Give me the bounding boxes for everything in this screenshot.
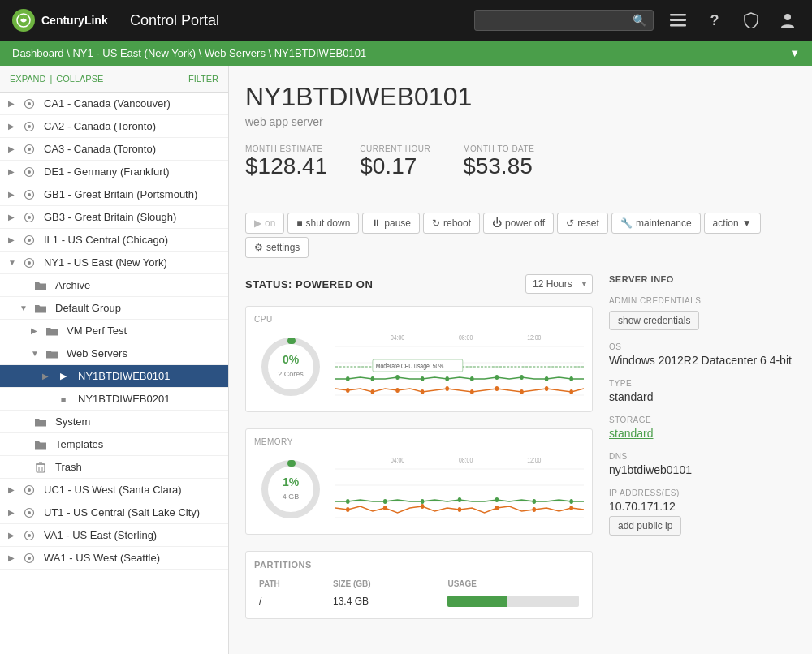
memory-chart-block: MEMORY 1% 4 GB — [245, 428, 593, 535]
cpu-donut-svg: 0% 2 Cores — [258, 334, 323, 399]
sidebar-item-archive[interactable]: Archive — [0, 274, 228, 297]
partitions-section: PARTITIONS PATH SIZE (GB) USAGE / — [245, 551, 593, 619]
search-box[interactable]: 🔍 — [474, 10, 654, 31]
month-to-date: MONTH TO DATE $53.85 — [463, 144, 534, 179]
reset-button[interactable]: ↺ reset — [557, 213, 608, 234]
collapse-link[interactable]: COLLAPSE — [56, 74, 103, 84]
tree-item-label: GB3 - Great Britain (Slough) — [44, 211, 220, 223]
svg-text:2 Cores: 2 Cores — [278, 370, 304, 378]
tree-item-label: CA2 - Canada (Toronto) — [44, 120, 220, 132]
nav-icons: ? — [666, 8, 800, 32]
tree-arrow: ▼ — [8, 258, 18, 267]
tree-item-label: UT1 - US Central (Salt Lake City) — [44, 506, 220, 518]
sidebar-item-uc1[interactable]: ▶UC1 - US West (Santa Clara) — [0, 479, 228, 501]
svg-text:12:00: 12:00 — [527, 456, 542, 464]
svg-point-63 — [470, 389, 474, 394]
tree-arrow: ▶ — [8, 99, 18, 108]
tree-arrow: ▶ — [42, 372, 52, 381]
sidebar-item-gb1[interactable]: ▶GB1 - Great Britain (Portsmouth) — [0, 183, 228, 206]
sidebar-item-ca3[interactable]: ▶CA3 - Canada (Toronto) — [0, 138, 228, 161]
show-credentials-button[interactable]: show credentials — [609, 311, 699, 330]
tree-icon — [23, 257, 36, 269]
help-icon[interactable]: ? — [702, 8, 727, 32]
status-badge: STATUS: POWERED ON — [245, 278, 373, 290]
svg-text:0%: 0% — [283, 353, 300, 366]
dns-group: DNS ny1btdiweb0101 — [609, 452, 796, 476]
tree-icon: ■ — [57, 394, 70, 404]
server-name: NY1BTDIWEB0101 — [245, 82, 796, 112]
reboot-button[interactable]: ↻ reboot — [423, 213, 480, 234]
month-estimate-value: $128.41 — [245, 153, 327, 179]
month-to-date-value: $53.85 — [463, 153, 534, 179]
sidebar-item-default-group[interactable]: ▼Default Group — [0, 297, 228, 320]
on-button[interactable]: ▶ on — [245, 213, 284, 234]
filter-link[interactable]: FILTER — [188, 74, 218, 84]
svg-point-92 — [569, 506, 573, 510]
sidebar-item-vm-perf-test[interactable]: ▶VM Perf Test — [0, 320, 228, 342]
time-select-wrapper[interactable]: 12 Hours 24 Hours 48 Hours 7 Days — [525, 274, 593, 294]
tree-icon — [23, 553, 36, 564]
tree-icon — [23, 530, 36, 541]
action-dropdown-button[interactable]: action ▼ — [704, 213, 761, 234]
menu-icon[interactable] — [666, 8, 690, 32]
tree-item-label: System — [55, 415, 220, 428]
server-subtitle: web app server — [245, 115, 796, 128]
svg-point-48 — [346, 376, 350, 381]
billing-section: MONTH ESTIMATE $128.41 CURRENT HOUR $0.1… — [245, 144, 796, 196]
svg-point-4 — [784, 14, 791, 20]
tree-arrow: ▶ — [8, 531, 18, 540]
time-select[interactable]: 12 Hours 24 Hours 48 Hours 7 Days — [525, 274, 593, 294]
svg-point-62 — [445, 386, 449, 391]
tree-icon — [23, 507, 36, 518]
pause-button[interactable]: ⏸ pause — [362, 213, 420, 234]
sidebar-item-il1[interactable]: ▶IL1 - US Central (Chicago) — [0, 229, 228, 252]
power-off-button[interactable]: ⏻ power off — [483, 213, 554, 234]
svg-point-84 — [533, 499, 537, 504]
svg-point-59 — [371, 389, 375, 394]
search-icon[interactable]: 🔍 — [633, 14, 646, 27]
sidebar-item-ca1[interactable]: ▶CA1 - Canada (Vancouver) — [0, 93, 228, 115]
os-label: OS — [609, 342, 796, 351]
tree-item-label: Archive — [55, 279, 220, 291]
shut-down-button[interactable]: ■ shut down — [287, 213, 359, 234]
sidebar-item-va1[interactable]: ▶VA1 - US East (Sterling) — [0, 524, 228, 547]
add-ip-button[interactable]: add public ip — [609, 516, 681, 536]
svg-point-51 — [421, 376, 425, 381]
sidebar-item-ny1btdiweb0101[interactable]: ▶▶NY1BTDIWEB0101 — [0, 365, 228, 388]
tree-icon — [23, 234, 36, 246]
svg-point-52 — [445, 376, 449, 381]
user-icon[interactable] — [775, 8, 800, 32]
action-chevron-icon: ▼ — [742, 217, 752, 229]
svg-point-57 — [569, 376, 573, 381]
sidebar-item-ny1[interactable]: ▼NY1 - US East (New York) — [0, 252, 228, 274]
tree-arrow: ▶ — [8, 235, 18, 244]
current-hour-value: $0.17 — [360, 153, 430, 179]
settings-button[interactable]: ⚙ settings — [245, 237, 309, 258]
sidebar-item-gb3[interactable]: ▶GB3 - Great Britain (Slough) — [0, 206, 228, 229]
path-header: PATH — [254, 576, 328, 592]
sidebar-item-de1[interactable]: ▶DE1 - Germany (Frankfurt) — [0, 161, 228, 183]
breadcrumb: Dashboard \ NY1 - US East (New York) \ W… — [12, 47, 366, 59]
tree-arrow: ▶ — [8, 553, 18, 562]
sidebar-item-system[interactable]: System — [0, 411, 228, 433]
main-content: NY1BTDIWEB0101 web app server MONTH ESTI… — [229, 66, 812, 654]
sidebar-item-ut1[interactable]: ▶UT1 - US Central (Salt Lake City) — [0, 501, 228, 524]
sidebar-item-web-servers[interactable]: ▼Web Servers — [0, 342, 228, 365]
search-input[interactable] — [482, 15, 628, 27]
sidebar-item-ny1btdiweb0201[interactable]: ■NY1BTDIWEB0201 — [0, 388, 228, 411]
sidebar-item-templates[interactable]: Templates — [0, 433, 228, 456]
sidebar-item-trash[interactable]: Trash — [0, 456, 228, 479]
expand-link[interactable]: EXPAND — [10, 74, 45, 84]
os-value: Windows 2012R2 Datacenter 6 4-bit — [609, 354, 796, 367]
svg-point-8 — [28, 125, 31, 128]
tree-icon — [23, 189, 36, 200]
maintenance-button[interactable]: 🔧 maintenance — [611, 213, 701, 234]
tree-arrow: ▶ — [31, 326, 41, 335]
storage-value[interactable]: standard — [609, 427, 796, 440]
sidebar-item-wa1[interactable]: ▶WA1 - US West (Seattle) — [0, 547, 228, 570]
breadcrumb-chevron[interactable]: ▼ — [789, 47, 800, 59]
shield-icon[interactable] — [739, 8, 763, 32]
sidebar-item-ca2[interactable]: ▶CA2 - Canada (Toronto) — [0, 115, 228, 138]
tree-item-label: Templates — [55, 438, 220, 450]
svg-point-55 — [520, 375, 524, 380]
